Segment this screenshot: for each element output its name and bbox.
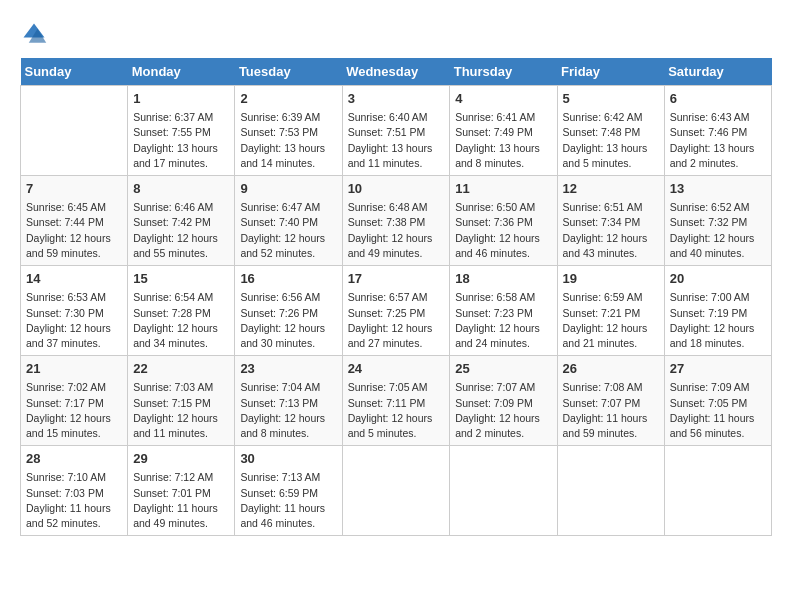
calendar-cell: 1Sunrise: 6:37 AM Sunset: 7:55 PM Daylig… [128, 86, 235, 176]
day-number: 6 [670, 90, 766, 108]
day-number: 10 [348, 180, 445, 198]
day-number: 15 [133, 270, 229, 288]
calendar-cell: 29Sunrise: 7:12 AM Sunset: 7:01 PM Dayli… [128, 446, 235, 536]
calendar-cell: 20Sunrise: 7:00 AM Sunset: 7:19 PM Dayli… [664, 266, 771, 356]
day-info: Sunrise: 6:43 AM Sunset: 7:46 PM Dayligh… [670, 110, 766, 171]
day-number: 14 [26, 270, 122, 288]
calendar-table: SundayMondayTuesdayWednesdayThursdayFrid… [20, 58, 772, 536]
calendar-cell: 2Sunrise: 6:39 AM Sunset: 7:53 PM Daylig… [235, 86, 342, 176]
day-number: 21 [26, 360, 122, 378]
calendar-week-row: 7Sunrise: 6:45 AM Sunset: 7:44 PM Daylig… [21, 176, 772, 266]
day-info: Sunrise: 7:05 AM Sunset: 7:11 PM Dayligh… [348, 380, 445, 441]
day-info: Sunrise: 6:58 AM Sunset: 7:23 PM Dayligh… [455, 290, 551, 351]
day-info: Sunrise: 7:12 AM Sunset: 7:01 PM Dayligh… [133, 470, 229, 531]
day-info: Sunrise: 7:07 AM Sunset: 7:09 PM Dayligh… [455, 380, 551, 441]
calendar-cell: 27Sunrise: 7:09 AM Sunset: 7:05 PM Dayli… [664, 356, 771, 446]
calendar-week-row: 1Sunrise: 6:37 AM Sunset: 7:55 PM Daylig… [21, 86, 772, 176]
day-info: Sunrise: 6:53 AM Sunset: 7:30 PM Dayligh… [26, 290, 122, 351]
day-number: 29 [133, 450, 229, 468]
day-info: Sunrise: 6:51 AM Sunset: 7:34 PM Dayligh… [563, 200, 659, 261]
day-info: Sunrise: 6:46 AM Sunset: 7:42 PM Dayligh… [133, 200, 229, 261]
calendar-cell: 6Sunrise: 6:43 AM Sunset: 7:46 PM Daylig… [664, 86, 771, 176]
calendar-cell: 16Sunrise: 6:56 AM Sunset: 7:26 PM Dayli… [235, 266, 342, 356]
day-info: Sunrise: 6:48 AM Sunset: 7:38 PM Dayligh… [348, 200, 445, 261]
day-number: 4 [455, 90, 551, 108]
day-info: Sunrise: 6:59 AM Sunset: 7:21 PM Dayligh… [563, 290, 659, 351]
day-number: 23 [240, 360, 336, 378]
day-number: 27 [670, 360, 766, 378]
column-header-sunday: Sunday [21, 58, 128, 86]
calendar-cell: 22Sunrise: 7:03 AM Sunset: 7:15 PM Dayli… [128, 356, 235, 446]
calendar-cell: 13Sunrise: 6:52 AM Sunset: 7:32 PM Dayli… [664, 176, 771, 266]
calendar-cell: 10Sunrise: 6:48 AM Sunset: 7:38 PM Dayli… [342, 176, 450, 266]
day-info: Sunrise: 7:00 AM Sunset: 7:19 PM Dayligh… [670, 290, 766, 351]
calendar-header-row: SundayMondayTuesdayWednesdayThursdayFrid… [21, 58, 772, 86]
column-header-tuesday: Tuesday [235, 58, 342, 86]
day-number: 22 [133, 360, 229, 378]
day-info: Sunrise: 7:08 AM Sunset: 7:07 PM Dayligh… [563, 380, 659, 441]
calendar-cell: 15Sunrise: 6:54 AM Sunset: 7:28 PM Dayli… [128, 266, 235, 356]
day-number: 24 [348, 360, 445, 378]
calendar-cell: 19Sunrise: 6:59 AM Sunset: 7:21 PM Dayli… [557, 266, 664, 356]
day-number: 17 [348, 270, 445, 288]
day-info: Sunrise: 6:52 AM Sunset: 7:32 PM Dayligh… [670, 200, 766, 261]
logo-icon [20, 20, 48, 48]
day-number: 8 [133, 180, 229, 198]
day-number: 28 [26, 450, 122, 468]
calendar-cell: 26Sunrise: 7:08 AM Sunset: 7:07 PM Dayli… [557, 356, 664, 446]
day-info: Sunrise: 6:40 AM Sunset: 7:51 PM Dayligh… [348, 110, 445, 171]
column-header-thursday: Thursday [450, 58, 557, 86]
day-info: Sunrise: 7:09 AM Sunset: 7:05 PM Dayligh… [670, 380, 766, 441]
calendar-cell: 3Sunrise: 6:40 AM Sunset: 7:51 PM Daylig… [342, 86, 450, 176]
day-info: Sunrise: 7:10 AM Sunset: 7:03 PM Dayligh… [26, 470, 122, 531]
day-number: 13 [670, 180, 766, 198]
day-info: Sunrise: 6:37 AM Sunset: 7:55 PM Dayligh… [133, 110, 229, 171]
column-header-saturday: Saturday [664, 58, 771, 86]
calendar-cell: 5Sunrise: 6:42 AM Sunset: 7:48 PM Daylig… [557, 86, 664, 176]
day-info: Sunrise: 7:13 AM Sunset: 6:59 PM Dayligh… [240, 470, 336, 531]
day-number: 11 [455, 180, 551, 198]
day-number: 9 [240, 180, 336, 198]
day-number: 1 [133, 90, 229, 108]
calendar-cell: 11Sunrise: 6:50 AM Sunset: 7:36 PM Dayli… [450, 176, 557, 266]
day-info: Sunrise: 6:39 AM Sunset: 7:53 PM Dayligh… [240, 110, 336, 171]
calendar-week-row: 14Sunrise: 6:53 AM Sunset: 7:30 PM Dayli… [21, 266, 772, 356]
column-header-monday: Monday [128, 58, 235, 86]
calendar-week-row: 21Sunrise: 7:02 AM Sunset: 7:17 PM Dayli… [21, 356, 772, 446]
day-info: Sunrise: 6:50 AM Sunset: 7:36 PM Dayligh… [455, 200, 551, 261]
column-header-friday: Friday [557, 58, 664, 86]
day-number: 18 [455, 270, 551, 288]
calendar-cell [557, 446, 664, 536]
day-number: 16 [240, 270, 336, 288]
calendar-cell [450, 446, 557, 536]
day-info: Sunrise: 7:03 AM Sunset: 7:15 PM Dayligh… [133, 380, 229, 441]
day-info: Sunrise: 6:54 AM Sunset: 7:28 PM Dayligh… [133, 290, 229, 351]
day-info: Sunrise: 6:41 AM Sunset: 7:49 PM Dayligh… [455, 110, 551, 171]
calendar-cell: 30Sunrise: 7:13 AM Sunset: 6:59 PM Dayli… [235, 446, 342, 536]
day-number: 7 [26, 180, 122, 198]
calendar-cell: 21Sunrise: 7:02 AM Sunset: 7:17 PM Dayli… [21, 356, 128, 446]
calendar-cell: 28Sunrise: 7:10 AM Sunset: 7:03 PM Dayli… [21, 446, 128, 536]
calendar-cell [21, 86, 128, 176]
day-info: Sunrise: 6:47 AM Sunset: 7:40 PM Dayligh… [240, 200, 336, 261]
day-number: 12 [563, 180, 659, 198]
day-number: 19 [563, 270, 659, 288]
calendar-cell: 8Sunrise: 6:46 AM Sunset: 7:42 PM Daylig… [128, 176, 235, 266]
column-header-wednesday: Wednesday [342, 58, 450, 86]
day-number: 2 [240, 90, 336, 108]
day-number: 5 [563, 90, 659, 108]
calendar-cell: 4Sunrise: 6:41 AM Sunset: 7:49 PM Daylig… [450, 86, 557, 176]
day-info: Sunrise: 7:02 AM Sunset: 7:17 PM Dayligh… [26, 380, 122, 441]
calendar-cell: 17Sunrise: 6:57 AM Sunset: 7:25 PM Dayli… [342, 266, 450, 356]
logo [20, 20, 54, 48]
calendar-week-row: 28Sunrise: 7:10 AM Sunset: 7:03 PM Dayli… [21, 446, 772, 536]
calendar-cell: 9Sunrise: 6:47 AM Sunset: 7:40 PM Daylig… [235, 176, 342, 266]
day-info: Sunrise: 6:56 AM Sunset: 7:26 PM Dayligh… [240, 290, 336, 351]
day-number: 25 [455, 360, 551, 378]
calendar-cell: 25Sunrise: 7:07 AM Sunset: 7:09 PM Dayli… [450, 356, 557, 446]
day-info: Sunrise: 6:45 AM Sunset: 7:44 PM Dayligh… [26, 200, 122, 261]
day-number: 20 [670, 270, 766, 288]
calendar-cell: 23Sunrise: 7:04 AM Sunset: 7:13 PM Dayli… [235, 356, 342, 446]
calendar-cell [664, 446, 771, 536]
day-number: 30 [240, 450, 336, 468]
